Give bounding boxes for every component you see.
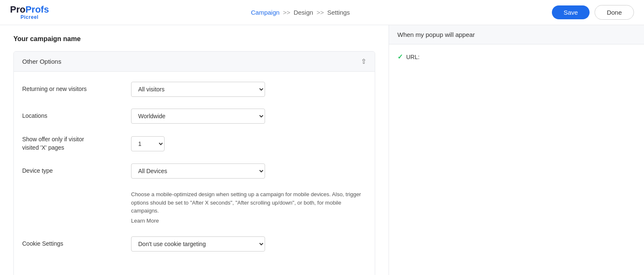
- main-layout: Your campaign name Other Options ⇧ Retur…: [0, 25, 644, 275]
- breadcrumb-campaign[interactable]: Campaign: [251, 9, 279, 16]
- learn-more-link[interactable]: Learn More: [131, 218, 159, 224]
- pages-row: Show offer only if visitor visited 'X' p…: [22, 135, 366, 152]
- locations-control: Worldwide Specific Countries: [131, 109, 265, 124]
- pages-select[interactable]: 1 2 3 4 5: [131, 136, 165, 151]
- save-button[interactable]: Save: [552, 5, 590, 19]
- locations-label: Locations: [22, 112, 123, 120]
- visitors-control: All visitors New visitors Returning visi…: [131, 82, 265, 97]
- header-buttons: Save Done: [552, 5, 634, 20]
- url-label: URL:: [406, 54, 420, 60]
- right-panel-body: ✓ URL:: [389, 44, 644, 275]
- logo-profs: Profs: [26, 5, 49, 15]
- right-panel-title: When my popup will appear: [389, 25, 644, 44]
- device-select[interactable]: All Devices Desktop Mobile Tablet: [131, 163, 265, 179]
- cookie-label: Cookie Settings: [22, 240, 123, 248]
- left-panel: Your campaign name Other Options ⇧ Retur…: [0, 25, 389, 275]
- hint-text: Choose a mobile-optimized design when se…: [131, 190, 366, 215]
- url-row: ✓ URL:: [397, 53, 636, 61]
- card-body: Returning or new visitors All visitors N…: [14, 72, 375, 275]
- visitors-select[interactable]: All visitors New visitors Returning visi…: [131, 82, 265, 97]
- breadcrumb-sep2: >>: [317, 9, 324, 16]
- right-panel: When my popup will appear ✓ URL:: [389, 25, 644, 275]
- logo-pro: Pro: [10, 5, 26, 15]
- visitors-row: Returning or new visitors All visitors N…: [22, 82, 366, 97]
- pages-label: Show offer only if visitor visited 'X' p…: [22, 135, 123, 152]
- cookie-row: Cookie Settings Don't use cookie targeti…: [22, 236, 366, 252]
- header: Pro Profs Picreel Campaign >> Design >> …: [0, 0, 644, 25]
- locations-row: Locations Worldwide Specific Countries: [22, 109, 366, 124]
- breadcrumb-sep1: >>: [283, 9, 291, 16]
- hint-block: Choose a mobile-optimized design when se…: [131, 190, 366, 225]
- campaign-name-title: Your campaign name: [13, 35, 375, 43]
- cookie-control: Don't use cookie targeting Show once per…: [131, 236, 265, 252]
- done-button[interactable]: Done: [595, 5, 634, 20]
- cookie-select[interactable]: Don't use cookie targeting Show once per…: [131, 236, 265, 252]
- logo-subtitle: Picreel: [10, 15, 49, 20]
- device-label: Device type: [22, 167, 123, 175]
- breadcrumb-design[interactable]: Design: [294, 9, 313, 16]
- card-header[interactable]: Other Options ⇧: [14, 52, 375, 72]
- collapse-icon: ⇧: [361, 57, 366, 65]
- breadcrumb: Campaign >> Design >> Settings: [251, 9, 350, 16]
- card-header-title: Other Options: [22, 58, 61, 65]
- pages-control: 1 2 3 4 5: [131, 136, 265, 151]
- options-card: Other Options ⇧ Returning or new visitor…: [13, 51, 375, 275]
- logo: Pro Profs Picreel: [10, 5, 49, 20]
- device-row: Device type All Devices Desktop Mobile T…: [22, 163, 366, 179]
- breadcrumb-settings[interactable]: Settings: [327, 9, 350, 16]
- locations-select[interactable]: Worldwide Specific Countries: [131, 109, 265, 124]
- device-control: All Devices Desktop Mobile Tablet: [131, 163, 265, 179]
- visitors-label: Returning or new visitors: [22, 85, 123, 93]
- url-check-icon: ✓: [397, 53, 403, 61]
